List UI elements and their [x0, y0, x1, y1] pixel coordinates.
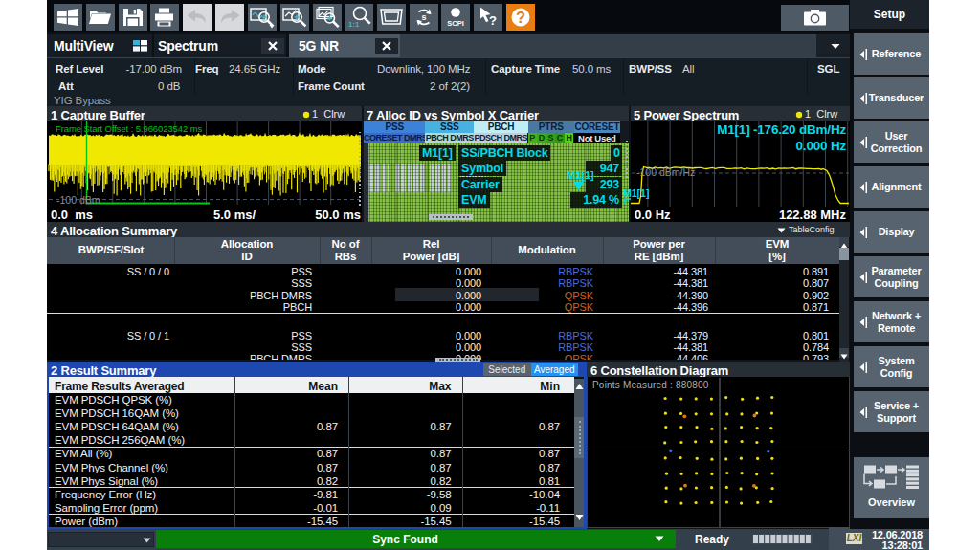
svg-text:SCPI: SCPI — [447, 19, 464, 28]
svg-text:?: ? — [489, 13, 497, 28]
svg-text:?: ? — [516, 9, 525, 26]
svg-text:1:1: 1:1 — [348, 20, 360, 29]
svg-text:s: s — [421, 12, 426, 22]
